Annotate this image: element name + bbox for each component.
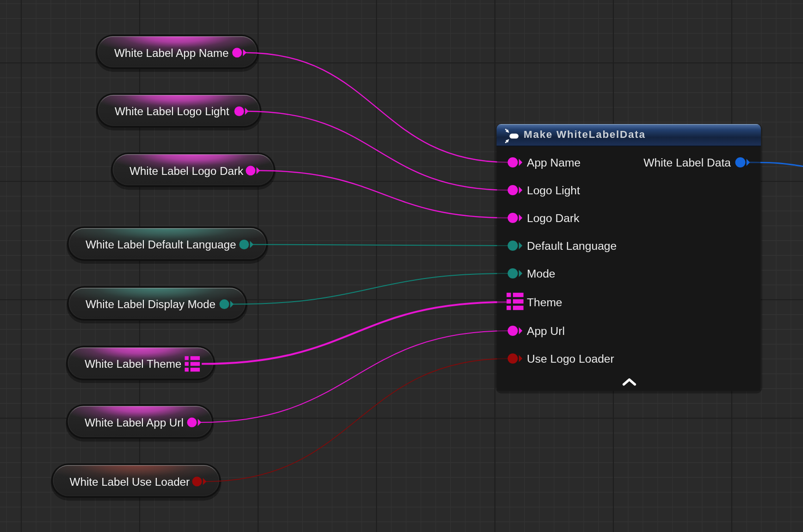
svg-text:Logo Light: Logo Light bbox=[527, 184, 580, 197]
svg-text:Logo Dark: Logo Dark bbox=[527, 212, 580, 224]
svg-text:White Label Data: White Label Data bbox=[643, 156, 731, 169]
svg-text:App Name: App Name bbox=[527, 156, 581, 169]
svg-text:White Label Use Loader: White Label Use Loader bbox=[70, 476, 190, 488]
svg-text:Use Logo Loader: Use Logo Loader bbox=[527, 353, 614, 365]
svg-text:White Label Logo Dark: White Label Logo Dark bbox=[130, 165, 244, 177]
svg-text:White Label App Name: White Label App Name bbox=[114, 47, 229, 59]
svg-text:Make WhiteLabelData: Make WhiteLabelData bbox=[524, 129, 646, 140]
svg-text:App Url: App Url bbox=[527, 325, 565, 337]
svg-text:White Label App Url: White Label App Url bbox=[85, 416, 184, 429]
svg-text:Mode: Mode bbox=[527, 267, 556, 280]
svg-text:Default Language: Default Language bbox=[527, 240, 617, 252]
svg-text:White Label Display Mode: White Label Display Mode bbox=[86, 298, 216, 310]
svg-text:White Label Logo Light: White Label Logo Light bbox=[115, 105, 229, 118]
svg-text:White Label Theme: White Label Theme bbox=[85, 358, 181, 370]
svg-text:Theme: Theme bbox=[527, 296, 562, 309]
svg-text:White Label Default Language: White Label Default Language bbox=[86, 238, 236, 251]
